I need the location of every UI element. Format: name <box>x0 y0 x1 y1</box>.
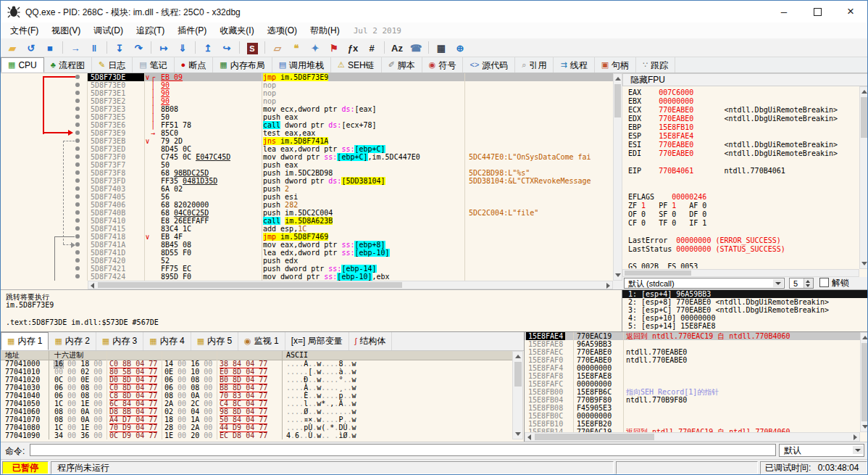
tab-dump-1[interactable]: ▦内存 1 <box>1 332 49 350</box>
disassembly-hscrollbar[interactable] <box>88 281 613 289</box>
stack-row[interactable]: 15E8FB0C00000000 <box>525 412 860 420</box>
stack-row[interactable]: 15E8FB1015E8FB20 <box>525 420 860 428</box>
breakpoint-dot-icon[interactable] <box>75 170 80 175</box>
breakpoint-dot-icon[interactable] <box>75 186 80 191</box>
dump-row[interactable]: 7704100016 00 18 00C0 8B 04 7714 00 16 0… <box>1 360 512 368</box>
run-button[interactable]: → <box>66 40 85 56</box>
argument-row[interactable]: 3: [esp+C] 770EABE0 <ntdll.DbgUiRemoteBr… <box>622 306 868 314</box>
command-input[interactable] <box>30 444 776 456</box>
registers-hscrollbar[interactable] <box>622 269 859 277</box>
disasm-row[interactable]: 5D8F73E6│FF51 78call dword ptr ds:[ecx+7… <box>88 121 613 129</box>
tab-symbols[interactable]: ◉符号 <box>422 57 464 73</box>
chevron-down-icon[interactable] <box>853 446 863 454</box>
disasm-row[interactable]: 5D8F741D8D55 F0lea edx,dword ptr ss:[ebp… <box>88 249 613 257</box>
breakpoint-dot-icon[interactable] <box>75 234 80 239</box>
disasm-row[interactable]: 5D8F7424895D F0mov dword ptr ss:[ebp-10]… <box>88 273 613 281</box>
menu-item[interactable]: 视图(V) <box>45 22 87 38</box>
argument-row[interactable]: 5: [esp+14] 15E8FAE8 <box>622 322 868 330</box>
tab-call-stack[interactable]: ▤调用堆栈 <box>272 57 331 73</box>
bookmarks-button[interactable]: ⚑ <box>325 40 343 56</box>
register-line[interactable]: GS 002B FS 0053 <box>628 263 860 268</box>
step-over-button[interactable]: ↷ <box>129 40 148 56</box>
breakpoint-dot-icon[interactable] <box>75 107 80 111</box>
stepper-arrows-icon[interactable] <box>804 278 813 288</box>
dump-row[interactable]: 770410200C 00 0E 00D0 8D 04 7706 00 08 0… <box>1 376 512 384</box>
tab-locals[interactable]: [x=] 局部变量 <box>285 332 349 350</box>
disasm-row[interactable]: 5D8F73E9→85C0test eax,eax <box>88 129 613 137</box>
tab-dump-2[interactable]: ▦内存 2 <box>49 332 96 350</box>
dump-row[interactable]: 770410501C 00 1E 006C 84 04 772A 00 2C 0… <box>1 400 512 408</box>
open-file-button[interactable]: ▰ <box>3 40 22 56</box>
tab-notes[interactable]: ▤笔记 <box>133 57 174 73</box>
unlock-checkbox[interactable]: 解锁 <box>819 278 849 289</box>
stack-row[interactable]: 15E8FAF0770EABE0ntdll.770EABE0 <box>525 356 860 364</box>
breakpoint-dot-icon[interactable] <box>75 202 80 207</box>
breakpoint-dot-icon[interactable] <box>75 194 80 199</box>
stack-row[interactable]: 15E8FB04770B9F80ntdll.770B9F80 <box>525 396 860 404</box>
register-line[interactable] <box>628 158 860 167</box>
step-into-button[interactable]: ↧ <box>110 40 129 56</box>
dump-vscrollbar[interactable] <box>512 351 523 439</box>
tab-script[interactable]: ✐脚本 <box>382 57 422 73</box>
disasm-row[interactable]: 5D8F73F868 98BDC25Dpush im.5DC2BD985DC2B… <box>88 169 613 177</box>
tab-cpu[interactable]: ▦CPU <box>1 57 44 73</box>
tab-dump-3[interactable]: ▦内存 3 <box>96 332 143 350</box>
tab-trace[interactable]: ∵跟踪 <box>636 57 675 73</box>
scylla-button[interactable]: S <box>243 40 262 56</box>
register-line[interactable] <box>628 184 860 193</box>
dump-row[interactable]: 770410801C 00 1E 0070 D9 04 7728 00 2A 0… <box>1 424 512 431</box>
tab-source[interactable]: <>源代码 <box>463 57 515 73</box>
argument-count-stepper[interactable]: 5 <box>789 278 814 289</box>
functions-button[interactable]: ƒx <box>343 40 362 56</box>
breakpoint-dot-icon[interactable] <box>75 226 80 231</box>
tab-struct[interactable]: ʃ结构体 <box>349 332 392 350</box>
checkbox-icon[interactable] <box>819 278 829 287</box>
menu-item[interactable]: 调试(D) <box>87 22 130 38</box>
argument-row[interactable]: 1: [esp+4] 96A59BB3 <box>622 290 868 298</box>
breakpoint-dot-icon[interactable] <box>75 99 80 103</box>
calls-button[interactable]: # <box>362 40 381 56</box>
disasm-row[interactable]: 5D8F73F750push eax <box>88 161 613 169</box>
disasm-row[interactable]: 5D8F741A8B45 08mov eax,dword ptr ss:[ebp… <box>88 241 613 249</box>
dump-row[interactable]: 7704107008 00 0A 00A4 D7 04 7718 00 1A 0… <box>1 416 512 424</box>
phone-button[interactable]: ☎ <box>406 40 425 56</box>
tab-log[interactable]: ✎日志 <box>92 57 133 73</box>
disasm-row[interactable]: 5D8F73ED8D45 0Clea eax,dword ptr ss:[ebp… <box>88 145 613 153</box>
register-line[interactable]: ECX 770EABE0 <ntdll.DbgUiRemoteBreakin> <box>628 106 860 115</box>
menu-item[interactable]: 追踪(T) <box>130 22 171 38</box>
minimize-button[interactable]: – <box>767 1 801 22</box>
disasm-row[interactable]: 5D8F7418∨EB 4Fjmp im.5D8F7469 <box>88 233 613 241</box>
stack-vscrollbar[interactable] <box>860 332 868 432</box>
disasm-row[interactable]: 5D8F74036A 02push 2 <box>88 185 613 193</box>
disasm-row[interactable]: 5D8F7421FF75 ECpush dword ptr ss:[ebp-14… <box>88 265 613 273</box>
argument-row[interactable]: 4: [esp+10] 00000000 <box>622 314 868 322</box>
disasm-row[interactable]: 5D8F73E3│8B08mov ecx,dword ptr ds:[eax] <box>88 105 613 113</box>
tab-breakpoints[interactable]: ●断点 <box>175 57 214 73</box>
argument-row[interactable]: 2: [esp+8] 770EABE0 <ntdll.DbgUiRemoteBr… <box>622 298 868 306</box>
tab-watch-1[interactable]: ◉监视 1 <box>238 332 285 350</box>
stack-row[interactable]: 15E8FAE4770EAC19返回到 ntdll.770EAC19 自 ntd… <box>525 332 860 340</box>
stack-row[interactable]: 15E8FAFC00000000 <box>525 380 860 388</box>
scroll-up-icon[interactable] <box>615 77 621 80</box>
tab-seh[interactable]: ⚠SEH链 <box>331 57 382 73</box>
register-line[interactable]: EDI 770EABE0 <ntdll.DbgUiRemoteBreakin> <box>628 149 860 158</box>
breakpoint-dot-icon[interactable] <box>75 115 80 119</box>
run-to-user-code-button[interactable]: ↪ <box>217 40 236 56</box>
maximize-button[interactable] <box>801 1 834 22</box>
disasm-row[interactable]: 5D8F740556push esi <box>88 193 613 201</box>
register-line[interactable] <box>628 254 860 263</box>
breakpoint-dot-icon[interactable] <box>75 146 80 151</box>
labels-button[interactable]: ✦ <box>306 40 325 56</box>
pause-button[interactable]: ‖ <box>85 40 104 56</box>
register-line[interactable]: LastError 00000000 (ERROR_SUCCESS) <box>628 236 860 245</box>
step-out-button[interactable]: ⇓ <box>173 40 192 56</box>
disassembly-vscrollbar[interactable] <box>613 73 622 281</box>
comments-button[interactable]: ❝ <box>287 40 306 56</box>
breakpoint-dot-icon[interactable] <box>75 123 80 127</box>
stack-row[interactable]: 15E8FAE896A59BB3 <box>525 340 860 348</box>
disasm-row[interactable]: 5D8F740668 82020000push 282 <box>88 201 613 209</box>
dump-row[interactable]: 7704103006 00 08 00C0 8D 04 7706 00 08 0… <box>1 384 512 392</box>
disasm-row[interactable]: 5D8F73EB∨79 2Djns im.5D8F741A <box>88 137 613 145</box>
tab-threads[interactable]: ⇉线程 <box>554 57 594 73</box>
stack-hscrollbar[interactable] <box>525 432 860 442</box>
